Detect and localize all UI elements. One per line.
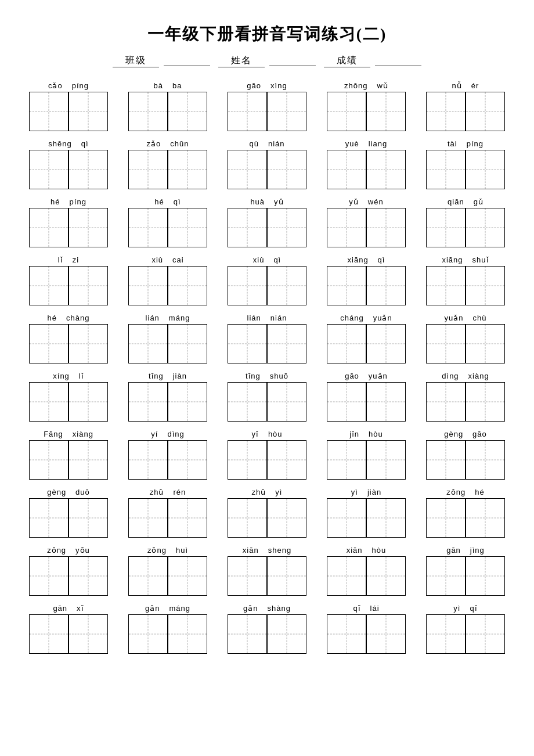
char-box-9-0-1[interactable]	[68, 614, 108, 654]
char-box-6-1-1[interactable]	[168, 440, 207, 480]
char-box-3-4-0[interactable]	[426, 266, 466, 305]
char-box-0-3-1[interactable]	[366, 92, 406, 131]
char-box-5-0-1[interactable]	[68, 382, 108, 422]
char-box-7-0-1[interactable]	[68, 498, 108, 538]
char-box-0-2-1[interactable]	[267, 92, 306, 131]
char-box-8-0-1[interactable]	[68, 556, 108, 596]
char-box-2-3-0[interactable]	[327, 208, 366, 247]
char-box-5-1-0[interactable]	[128, 382, 168, 422]
char-box-5-0-0[interactable]	[29, 382, 68, 422]
char-box-4-4-1[interactable]	[466, 324, 505, 363]
char-box-3-0-1[interactable]	[68, 266, 108, 305]
char-box-8-3-0[interactable]	[327, 556, 366, 596]
char-box-1-3-0[interactable]	[327, 150, 366, 189]
char-box-8-4-1[interactable]	[466, 556, 505, 596]
char-box-9-1-1[interactable]	[168, 614, 207, 654]
char-box-9-4-1[interactable]	[466, 614, 505, 654]
char-box-2-0-1[interactable]	[68, 208, 108, 247]
char-box-6-4-0[interactable]	[426, 440, 466, 480]
char-box-5-2-1[interactable]	[267, 382, 306, 422]
char-box-7-1-1[interactable]	[168, 498, 207, 538]
char-box-1-4-1[interactable]	[466, 150, 505, 189]
char-box-9-0-0[interactable]	[29, 614, 68, 654]
char-box-0-3-0[interactable]	[327, 92, 366, 131]
char-box-8-1-1[interactable]	[168, 556, 207, 596]
char-box-9-2-0[interactable]	[228, 614, 267, 654]
char-box-4-0-1[interactable]	[68, 324, 108, 363]
char-box-2-2-1[interactable]	[267, 208, 306, 247]
char-box-4-0-0[interactable]	[29, 324, 68, 363]
char-box-1-1-1[interactable]	[168, 150, 207, 189]
char-box-8-0-0[interactable]	[29, 556, 68, 596]
char-box-2-1-0[interactable]	[128, 208, 168, 247]
char-box-4-1-0[interactable]	[128, 324, 168, 363]
char-box-0-2-0[interactable]	[228, 92, 267, 131]
char-box-7-1-0[interactable]	[128, 498, 168, 538]
char-box-2-4-0[interactable]	[426, 208, 466, 247]
char-box-3-1-0[interactable]	[128, 266, 168, 305]
char-box-7-0-0[interactable]	[29, 498, 68, 538]
char-box-5-3-1[interactable]	[366, 382, 406, 422]
char-box-1-0-1[interactable]	[68, 150, 108, 189]
char-box-6-2-1[interactable]	[267, 440, 306, 480]
char-box-5-3-0[interactable]	[327, 382, 366, 422]
char-box-2-0-0[interactable]	[29, 208, 68, 247]
char-box-6-3-0[interactable]	[327, 440, 366, 480]
char-box-2-3-1[interactable]	[366, 208, 406, 247]
char-box-0-4-1[interactable]	[466, 92, 505, 131]
char-box-4-2-1[interactable]	[267, 324, 306, 363]
char-box-3-1-1[interactable]	[168, 266, 207, 305]
char-box-8-2-0[interactable]	[228, 556, 267, 596]
char-box-7-3-1[interactable]	[366, 498, 406, 538]
char-box-0-4-0[interactable]	[426, 92, 466, 131]
char-box-5-2-0[interactable]	[228, 382, 267, 422]
char-box-9-3-1[interactable]	[366, 614, 406, 654]
char-box-8-4-0[interactable]	[426, 556, 466, 596]
char-box-6-0-1[interactable]	[68, 440, 108, 480]
char-box-6-1-0[interactable]	[128, 440, 168, 480]
char-box-8-3-1[interactable]	[366, 556, 406, 596]
char-box-1-0-0[interactable]	[29, 150, 68, 189]
char-box-3-4-1[interactable]	[466, 266, 505, 305]
char-box-6-3-1[interactable]	[366, 440, 406, 480]
char-box-3-3-0[interactable]	[327, 266, 366, 305]
char-box-9-1-0[interactable]	[128, 614, 168, 654]
char-box-2-4-1[interactable]	[466, 208, 505, 247]
char-box-3-3-1[interactable]	[366, 266, 406, 305]
char-box-7-4-0[interactable]	[426, 498, 466, 538]
char-box-5-4-0[interactable]	[426, 382, 466, 422]
char-box-5-4-1[interactable]	[466, 382, 505, 422]
char-box-9-4-0[interactable]	[426, 614, 466, 654]
char-box-7-3-0[interactable]	[327, 498, 366, 538]
char-box-3-0-0[interactable]	[29, 266, 68, 305]
char-box-1-4-0[interactable]	[426, 150, 466, 189]
char-box-1-1-0[interactable]	[128, 150, 168, 189]
char-box-3-2-1[interactable]	[267, 266, 306, 305]
char-box-4-2-0[interactable]	[228, 324, 267, 363]
char-box-7-2-1[interactable]	[267, 498, 306, 538]
char-box-1-2-1[interactable]	[267, 150, 306, 189]
char-box-1-2-0[interactable]	[228, 150, 267, 189]
char-box-4-1-1[interactable]	[168, 324, 207, 363]
char-box-4-4-0[interactable]	[426, 324, 466, 363]
char-box-7-2-0[interactable]	[228, 498, 267, 538]
char-box-8-1-0[interactable]	[128, 556, 168, 596]
char-box-0-0-0[interactable]	[29, 92, 68, 131]
char-box-9-3-0[interactable]	[327, 614, 366, 654]
char-box-0-1-0[interactable]	[128, 92, 168, 131]
char-box-4-3-1[interactable]	[366, 324, 406, 363]
char-box-8-2-1[interactable]	[267, 556, 306, 596]
char-box-5-1-1[interactable]	[168, 382, 207, 422]
char-box-7-4-1[interactable]	[466, 498, 505, 538]
char-box-6-2-0[interactable]	[228, 440, 267, 480]
char-box-6-0-0[interactable]	[29, 440, 68, 480]
char-box-2-2-0[interactable]	[228, 208, 267, 247]
char-box-3-2-0[interactable]	[228, 266, 267, 305]
char-box-9-2-1[interactable]	[267, 614, 306, 654]
char-box-1-3-1[interactable]	[366, 150, 406, 189]
char-box-2-1-1[interactable]	[168, 208, 207, 247]
char-box-6-4-1[interactable]	[466, 440, 505, 480]
char-box-4-3-0[interactable]	[327, 324, 366, 363]
char-box-0-0-1[interactable]	[68, 92, 108, 131]
char-box-0-1-1[interactable]	[168, 92, 207, 131]
